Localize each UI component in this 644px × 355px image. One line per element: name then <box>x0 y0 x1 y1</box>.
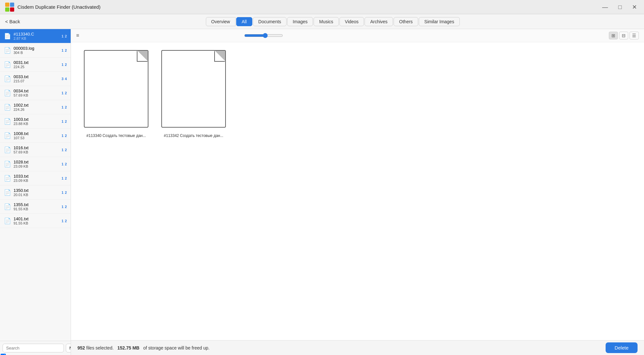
sidebar-item-badges: 1 2 <box>62 176 67 180</box>
sidebar-item-name: 1016.txt <box>14 145 59 150</box>
sidebar-item-name: 1003.txt <box>14 117 59 122</box>
sidebar-item[interactable]: 📄 1003.txt 23.88 KB 1 2 <box>0 114 71 129</box>
sidebar-item-info: 1355.txt 91.55 KB <box>14 202 59 211</box>
badge-2: 2 <box>65 134 67 138</box>
grid-icon: ⊞ <box>611 33 615 38</box>
badge-1: 1 <box>62 63 64 67</box>
medium-icon: ⊟ <box>622 33 626 38</box>
sidebar-item[interactable]: 📄 #113340.C 2.87 KB 1 2 <box>0 29 71 43</box>
minimize-button[interactable]: — <box>600 4 610 11</box>
sidebar-item-size: 304 B <box>14 51 59 55</box>
sidebar-item-badges: 1 2 <box>62 63 67 67</box>
app-icon <box>5 3 14 12</box>
sidebar-item-info: 1028.txt 23.09 KB <box>14 160 59 168</box>
file-icon: 📄 <box>4 89 11 97</box>
content-toolbar: ≡ ⊞ ⊟ ☰ <box>71 29 644 42</box>
badge-2: 2 <box>65 34 67 38</box>
sidebar-item-info: 1350.txt 20.01 KB <box>14 188 59 197</box>
file-icon: 📄 <box>4 175 11 182</box>
tab-images[interactable]: Images <box>287 17 313 26</box>
sidebar-item-name: 0031.txt <box>14 60 59 65</box>
sidebar-item[interactable]: 📄 1016.txt 57.69 KB 1 2 <box>0 143 71 157</box>
sidebar-item[interactable]: 📄 1002.txt 224.26 1 2 <box>0 100 71 114</box>
badge-2: 2 <box>65 148 67 152</box>
filter-button[interactable]: ≡ <box>76 33 79 38</box>
files-label: files selected. <box>86 345 114 350</box>
sidebar-item[interactable]: 📄 1033.txt 23.09 KB 1 2 <box>0 171 71 185</box>
badge-1: 1 <box>62 48 64 52</box>
sidebar-bottom: Name ▾ <box>0 341 71 355</box>
tab-group: OverviewAllDocumentsImagesMusicsVideosAr… <box>206 17 460 26</box>
file-icon: 📄 <box>4 146 11 153</box>
sidebar-item[interactable]: 📄 000003.log 304 B 1 2 <box>0 43 71 57</box>
main-area: 📄 #113340.C 2.87 KB 1 2 📄 000003.log 304… <box>0 29 644 355</box>
window-controls: — □ ✕ <box>600 4 639 11</box>
sidebar-item[interactable]: 📄 0031.txt 224.25 1 2 <box>0 57 71 72</box>
sidebar-item-info: 1033.txt 23.09 KB <box>14 174 59 183</box>
sidebar-item-badges: 1 2 <box>62 105 67 109</box>
delete-button[interactable]: Delete <box>606 342 638 353</box>
window-title: Cisdem Duplicate Finder (Unactivated) <box>17 4 101 10</box>
sidebar-item-badges: 1 2 <box>62 134 67 138</box>
tab-videos[interactable]: Videos <box>339 17 364 26</box>
badge-2: 2 <box>65 205 67 209</box>
sidebar-item-info: 1016.txt 57.69 KB <box>14 145 59 154</box>
sidebar-item-size: 20.01 KB <box>14 193 59 197</box>
view-medium-button[interactable]: ⊟ <box>619 32 628 39</box>
sidebar-item-size: 57.69 KB <box>14 150 59 154</box>
search-input[interactable] <box>3 344 64 352</box>
tab-others[interactable]: Others <box>394 17 418 26</box>
back-button[interactable]: < Back <box>5 19 20 24</box>
badge-2: 2 <box>65 120 67 123</box>
sidebar-item-name: 1008.txt <box>14 131 59 136</box>
file-icon: 📄 <box>4 75 11 82</box>
tab-documents[interactable]: Documents <box>253 17 287 26</box>
sidebar-item-size: 107.53 <box>14 136 59 140</box>
badge-1: 1 <box>62 176 64 180</box>
size-slider[interactable] <box>244 33 283 38</box>
sidebar: 📄 #113340.C 2.87 KB 1 2 📄 000003.log 304… <box>0 29 71 355</box>
file-label-row: #113340 Создать тестовые дан... <box>84 131 148 138</box>
file-icon: 📄 <box>4 132 11 139</box>
badge-1: 1 <box>62 219 64 223</box>
sidebar-item-size: 215.07 <box>14 79 59 83</box>
badge-2: 2 <box>65 48 67 52</box>
sidebar-item-size: 224.25 <box>14 65 59 69</box>
tab-musics[interactable]: Musics <box>314 17 339 26</box>
maximize-button[interactable]: □ <box>616 4 624 11</box>
file-icon: 📄 <box>4 104 11 111</box>
sidebar-item[interactable]: 📄 1008.txt 107.53 1 2 <box>0 129 71 143</box>
sidebar-item[interactable]: 📄 1350.txt 20.01 KB 1 2 <box>0 185 71 200</box>
sidebar-item-info: 0033.txt 215.07 <box>14 74 59 83</box>
badge-2: 2 <box>65 219 67 223</box>
tab-overview[interactable]: Overview <box>206 17 236 26</box>
storage-size: 152.75 MB <box>117 345 139 350</box>
sidebar-item[interactable]: 📄 0033.txt 215.07 3 4 <box>0 72 71 86</box>
close-button[interactable]: ✕ <box>630 4 639 11</box>
sidebar-item-size: 2.87 KB <box>14 37 59 40</box>
svg-rect-0 <box>5 3 9 7</box>
nav-bar: < Back OverviewAllDocumentsImagesMusicsV… <box>0 14 644 29</box>
sidebar-item[interactable]: 📄 1028.txt 23.09 KB 1 2 <box>0 157 71 171</box>
storage-label: of storage space will be freed up. <box>143 345 209 350</box>
sidebar-item[interactable]: 📄 1355.txt 91.55 KB 1 2 <box>0 200 71 214</box>
sidebar-item-badges: 1 2 <box>62 191 67 194</box>
sidebar-item-name: 1355.txt <box>14 202 59 207</box>
badge-1: 1 <box>62 120 64 123</box>
sort-button[interactable]: Name ▾ <box>66 344 71 352</box>
sidebar-item[interactable]: 📄 1401.txt 91.55 KB 1 2 <box>0 214 71 228</box>
sidebar-item-size: 224.26 <box>14 108 59 111</box>
badge-1: 1 <box>62 191 64 194</box>
sidebar-item[interactable]: 📄 0034.txt 57.69 KB 1 2 <box>0 86 71 100</box>
badge-2: 2 <box>65 91 67 95</box>
file-label: #113340 Создать тестовые дан... <box>84 133 148 138</box>
svg-rect-1 <box>10 3 14 7</box>
tab-archives[interactable]: Archives <box>365 17 393 26</box>
tab-all[interactable]: All <box>236 17 252 26</box>
view-buttons: ⊞ ⊟ ☰ <box>609 32 639 39</box>
view-grid-button[interactable]: ⊞ <box>609 32 618 39</box>
view-list-button[interactable]: ☰ <box>629 32 639 39</box>
tab-similar[interactable]: Similar Images <box>419 17 460 26</box>
badge-2: 2 <box>65 162 67 166</box>
sidebar-item-name: #113340.C <box>14 32 59 37</box>
